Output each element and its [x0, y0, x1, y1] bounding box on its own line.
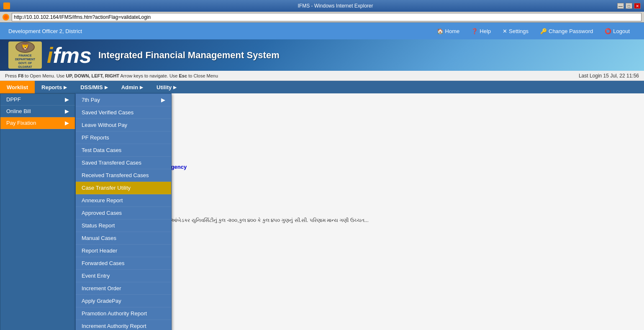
nav-dssmis[interactable]: DSS/MIS ▶ — [74, 81, 114, 93]
l2-increment-authority[interactable]: Increment Authority Report — [76, 320, 171, 330]
l2-test-data-cases[interactable]: Test Data Cases — [76, 144, 171, 157]
utility-arrow: ▶ — [173, 85, 177, 90]
l2-saved-transfered[interactable]: Saved Transfered Cases — [76, 157, 171, 169]
dppf-arrow: ▶ — [65, 96, 69, 103]
address-input[interactable] — [12, 13, 641, 21]
nav-admin[interactable]: Admin ▶ — [115, 81, 150, 93]
close-button[interactable]: ✕ — [634, 3, 641, 9]
last-login: Last Login 15 Jul, 22 11:56 — [579, 73, 639, 79]
help-icon: ❓ — [471, 28, 478, 34]
window-title: IFMS - Windows Internet Explorer — [54, 3, 617, 9]
header-nav: 🏠 Home ❓ Help ✕ Settings 🔑 Change Passwo… — [431, 26, 636, 37]
l1-dppf[interactable]: DPPF ▶ — [0, 94, 75, 106]
banner-subtitle: Integrated Financial Management System — [98, 50, 280, 61]
l2-apply-gradepay[interactable]: Apply GradePay — [76, 295, 171, 307]
logout-icon: ⭕ — [605, 28, 611, 34]
hint-bar: Press F8 to Open Menu. Use UP, DOWN, LEF… — [0, 71, 644, 81]
l2-approved-cases[interactable]: Approved Cases — [76, 207, 171, 219]
l1-pay-fixation[interactable]: Pay Fixation ▶ — [0, 117, 75, 129]
ifms-banner: 🦁 FINANCEDEPARTMENTGOVT. OFGUJARAT i fms… — [0, 39, 644, 71]
home-nav-item[interactable]: 🏠 Home — [431, 26, 466, 37]
l2-report-header[interactable]: Report Header — [76, 245, 171, 257]
change-password-nav-item[interactable]: 🔑 Change Password — [534, 26, 599, 37]
l2-event-entry[interactable]: Event Entry — [76, 270, 171, 282]
l2-status-report[interactable]: Status Report — [76, 219, 171, 232]
dssmis-arrow: ▶ — [105, 85, 108, 90]
pay-fixation-arrow: ▶ — [65, 120, 69, 126]
address-bar — [0, 12, 644, 23]
nav-utility[interactable]: Utility ▶ — [150, 81, 183, 93]
7th-pay-arrow: ▶ — [161, 97, 165, 103]
settings-nav-item[interactable]: ✕ Settings — [497, 26, 534, 37]
hint-text: Press F8 to Open Menu. Use UP, DOWN, LEF… — [5, 73, 218, 78]
dropdown-container: DPPF ▶ Online Bill ▶ Pay Fixation ▶ 7th … — [0, 93, 172, 330]
nav-reports[interactable]: Reports ▶ — [35, 81, 74, 93]
main-nav: Worklist Reports ▶ DSS/MIS ▶ Admin ▶ Uti… — [0, 81, 644, 93]
logout-nav-item[interactable]: ⭕ Logout — [599, 26, 636, 37]
l2-annexure-report[interactable]: Annexure Report — [76, 194, 171, 207]
gujarat-logo: 🦁 FINANCEDEPARTMENTGOVT. OFGUJARAT — [8, 41, 42, 69]
key-icon: 🔑 — [540, 28, 547, 34]
dropdown-l1: DPPF ▶ Online Bill ▶ Pay Fixation ▶ — [0, 93, 75, 330]
l2-pf-reports[interactable]: PF Reports — [76, 131, 171, 144]
online-bill-arrow: ▶ — [65, 108, 69, 114]
l2-leave-without-pay[interactable]: Leave Without Pay — [76, 119, 171, 131]
l2-7th-pay[interactable]: 7th Pay ▶ — [76, 94, 171, 106]
ifms-logo: i fms — [47, 44, 92, 66]
header-bar: Development Officer 2, District 🏠 Home ❓… — [0, 23, 644, 39]
dropdown-l2: 7th Pay ▶ Saved Verified Cases Leave Wit… — [75, 93, 172, 330]
l2-saved-verified[interactable]: Saved Verified Cases — [76, 106, 171, 119]
reports-arrow: ▶ — [64, 85, 67, 90]
minimize-button[interactable]: — — [617, 3, 624, 9]
title-bar: IFMS - Windows Internet Explorer — □ ✕ — [0, 0, 644, 12]
settings-icon: ✕ — [503, 28, 507, 34]
help-nav-item[interactable]: ❓ Help — [465, 26, 497, 37]
browser-icon — [3, 14, 9, 21]
l2-pramotion-authority[interactable]: Pramotion Authority Report — [76, 307, 171, 320]
admin-arrow: ▶ — [140, 85, 143, 90]
l2-manual-cases[interactable]: Manual Cases — [76, 232, 171, 245]
l2-case-transfer-utility[interactable]: Case Transfer Utility — [76, 182, 171, 194]
user-label: Development Officer 2, District — [8, 28, 82, 34]
home-icon: 🏠 — [437, 28, 444, 34]
l2-increment-order[interactable]: Increment Order — [76, 282, 171, 295]
l2-received-transfered[interactable]: Received Transfered Cases — [76, 169, 171, 182]
nav-worklist[interactable]: Worklist — [0, 81, 35, 93]
l2-forwarded-cases[interactable]: Forwarded Cases — [76, 257, 171, 270]
maximize-button[interactable]: □ — [626, 3, 632, 9]
l1-online-bill[interactable]: Online Bill ▶ — [0, 106, 75, 117]
logo-text: FINANCEDEPARTMENTGOVT. OFGUJARAT — [15, 54, 35, 69]
